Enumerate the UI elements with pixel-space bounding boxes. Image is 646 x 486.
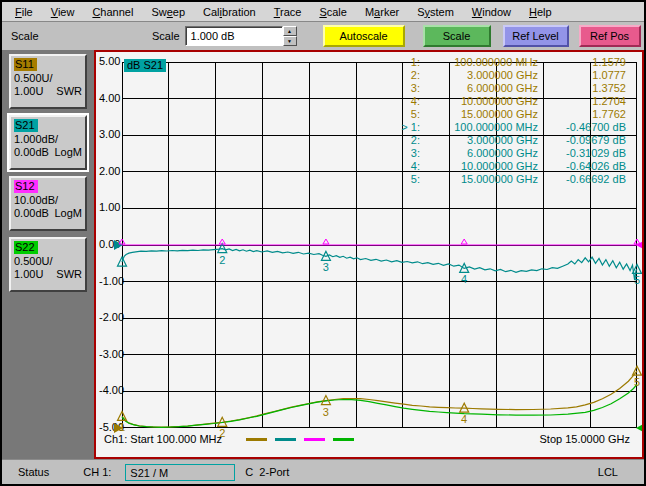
marker-number-s11-5: 5 (634, 376, 640, 388)
legend-dash-3 (333, 438, 354, 441)
sweep-range-line: Ch1: Start 100.000 MHz Stop 15.0000 GHz (104, 431, 634, 447)
trace-id-chip: S22 (14, 241, 38, 254)
legend-dash-1 (275, 438, 296, 441)
marker-number-s21-3: 3 (323, 261, 329, 273)
y-tick-label: 5.00 (99, 55, 122, 68)
trace-id-chip: S21 (14, 119, 38, 132)
autoscale-button[interactable]: Autoscale (323, 25, 405, 47)
trace-s11 (122, 371, 637, 427)
toolbar-buttons: AutoscaleScaleRef LevelRef Pos (297, 25, 641, 47)
marker-readout-row: 3:6.000000 GHz-0.31029 dB (390, 147, 626, 160)
sweep-start-label: Ch1: Start 100.000 MHz (104, 433, 222, 445)
trace-id-chip: S12 (14, 180, 38, 193)
calibration-status-label: C 2-Port (245, 466, 289, 478)
trace-format: LogM (54, 207, 82, 219)
trace-ref-value: 0.00dB (14, 207, 49, 219)
scale-toolbar: Scale Scale ▲ ▼ AutoscaleScaleRef LevelR… (2, 22, 644, 50)
scale-field-label: Scale (152, 30, 180, 42)
menu-scale[interactable]: Scale (310, 4, 356, 20)
y-tick-label: 3.00 (99, 128, 122, 141)
marker-number-s21-2: 2 (219, 254, 225, 266)
marker-number-s21-5: 5 (634, 274, 640, 286)
marker-readout-row: 1:100.000000 MHz1.1579 (390, 56, 626, 69)
trace-id-chip: S11 (14, 58, 37, 71)
menu-marker[interactable]: Marker (356, 4, 408, 20)
trace-scale-label: 10.00dB/ (14, 194, 82, 206)
marker-readout-row: 5:15.000000 GHz1.7762 (390, 108, 626, 121)
status-bar: Status CH 1: S21 / M C 2-Port LCL (2, 459, 644, 484)
trace-scale-label: 0.500U/ (14, 255, 82, 267)
y-tick-label: 4.00 (99, 92, 122, 105)
y-tick-label: -1.00 (99, 275, 122, 288)
y-tick-label: 2.00 (99, 165, 122, 178)
active-trace-format-label: dB S21 (124, 59, 166, 72)
legend-dash-0 (246, 438, 267, 441)
menu-trace[interactable]: Trace (265, 4, 311, 20)
trace-sidebar: S110.500U/1.00USWRS211.000dB/0.00dBLogMS… (2, 50, 94, 459)
ref-level-button[interactable]: Ref Level (503, 25, 569, 47)
trace-button-s11[interactable]: S110.500U/1.00USWR (9, 54, 87, 109)
trace-button-s21[interactable]: S211.000dB/0.00dBLogM (9, 115, 87, 170)
trace-button-s12[interactable]: S1210.00dB/0.00dBLogM (9, 176, 87, 231)
spin-up-button[interactable]: ▲ (283, 26, 297, 36)
marker-readout-row: 4:10.000000 GHz1.2704 (390, 95, 626, 108)
marker-readout-s11: 1:100.000000 MHz1.15792:3.000000 GHz1.07… (390, 56, 626, 121)
legend-dash-2 (304, 438, 325, 441)
marker-readout-row: 2:3.000000 GHz1.0777 (390, 69, 626, 82)
marker-readout-s21: > 1:100.000000 MHz-0.46700 dB2:3.000000 … (390, 121, 626, 186)
menu-sweep[interactable]: Sweep (142, 4, 194, 20)
menu-channel[interactable]: Channel (83, 4, 142, 20)
menu-window[interactable]: Window (463, 4, 520, 20)
toolbar-context-label: Scale (2, 30, 152, 42)
marker-readout-row: 2:3.000000 GHz-0.09679 dB (390, 134, 626, 147)
trace-scale-label: 1.000dB/ (14, 133, 82, 145)
y-tick-label: -2.00 (99, 311, 122, 324)
trace-ref-value: 1.00U (14, 268, 43, 280)
marker-tick-s12 (323, 239, 329, 244)
menu-file[interactable]: File (6, 4, 42, 20)
marker-readout-row: 3:6.000000 GHz1.3752 (390, 82, 626, 95)
plot-window: dB S21 5.004.003.002.001.000.00-1.00-2.0… (94, 50, 644, 459)
scale-spinner: ▲ ▼ (283, 26, 297, 46)
menu-help[interactable]: Help (520, 4, 561, 20)
scale-button[interactable]: Scale (423, 25, 491, 47)
trace-format: LogM (54, 146, 82, 158)
marker-number-s11-4: 4 (461, 413, 467, 425)
trace-color-legend (246, 438, 362, 441)
spin-down-button[interactable]: ▼ (283, 36, 297, 46)
trace-s21 (122, 249, 637, 280)
local-mode-indicator: LCL (598, 466, 618, 478)
status-label: Status (18, 466, 49, 478)
ref-pos-button[interactable]: Ref Pos (579, 25, 641, 47)
y-tick-label: -3.00 (99, 348, 122, 361)
menu-view[interactable]: View (42, 4, 84, 20)
main-area: S110.500U/1.00USWRS211.000dB/0.00dBLogMS… (2, 50, 644, 459)
application-window: FileViewChannelSweepCalibrationTraceScal… (0, 0, 646, 486)
ref-pointer-s22 (636, 423, 644, 433)
trace-scale-label: 0.500U/ (14, 72, 82, 84)
trace-ref-value: 1.00U (14, 85, 43, 97)
trace-format: SWR (56, 268, 82, 280)
menu-system[interactable]: System (408, 4, 463, 20)
active-measurement-box: S21 / M (125, 464, 235, 481)
marker-number-s21-4: 4 (461, 273, 467, 285)
ref-pointer-s12 (636, 240, 644, 250)
marker-readout-row: 5:15.000000 GHz-0.66692 dB (390, 173, 626, 186)
y-tick-label: 1.00 (99, 201, 122, 214)
marker-readout-row: 4:10.000000 GHz-0.64026 dB (390, 160, 626, 173)
marker-tick-s12 (461, 239, 467, 244)
scale-value-input[interactable] (185, 26, 283, 46)
trace-button-s22[interactable]: S220.500U/1.00USWR (9, 237, 87, 292)
status-channel-label: CH 1: (83, 466, 111, 478)
trace-ref-value: 0.00dB (14, 146, 49, 158)
menu-calibration[interactable]: Calibration (194, 4, 265, 20)
trace-format: SWR (56, 85, 82, 97)
trace-s22 (122, 384, 637, 427)
marker-readout-row: > 1:100.000000 MHz-0.46700 dB (390, 121, 626, 134)
y-tick-label: -4.00 (99, 384, 122, 397)
sweep-stop-label: Stop 15.0000 GHz (539, 433, 630, 445)
menu-bar: FileViewChannelSweepCalibrationTraceScal… (2, 2, 644, 22)
marker-number-s11-3: 3 (323, 406, 329, 418)
